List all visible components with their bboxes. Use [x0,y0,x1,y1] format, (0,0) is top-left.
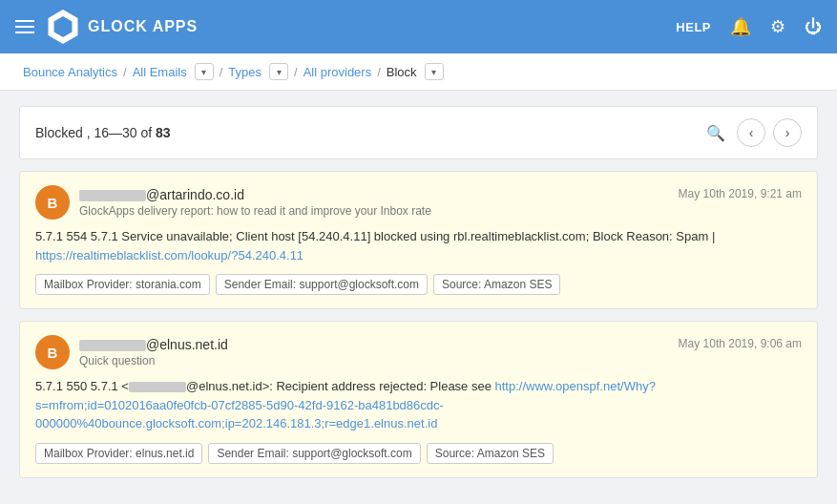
breadcrumb-all-emails[interactable]: All Emails [133,65,187,79]
email-body-link[interactable]: https://realtimeblacklist.com/lookup/?54… [35,248,303,262]
sender-domain: @elnus.net.id [146,337,228,352]
breadcrumb-sep-3: / [294,65,298,79]
email-body: 5.7.1 550 5.7.1 < @elnus.net.id>: Recipi… [35,377,802,433]
avatar: B [35,185,70,220]
sender-domain: @artarindo.co.id [146,187,244,202]
sender-name-redacted [79,190,146,201]
results-label-prefix: Blocked , 16—30 of [35,125,156,140]
avatar: B [35,335,70,369]
breadcrumb-sep-1: / [123,65,127,79]
email-body: 5.7.1 554 5.7.1 Service unavailable; Cli… [35,227,802,264]
breadcrumb-bounce-analytics[interactable]: Bounce Analytics [23,65,117,79]
sender-email: @artarindo.co.id [79,187,431,202]
results-label: Blocked , 16—30 of 83 [35,125,171,140]
tag-source: Source: Amazon SES [427,443,554,464]
logo-container: GLOCK APPS [46,10,198,44]
power-icon[interactable]: ⏻ [805,17,822,37]
tag-mailbox-provider: Mailbox Provider: elnus.net.id [35,443,202,464]
settings-icon[interactable]: ⚙ [770,16,785,37]
sender-subject: Quick question [79,354,228,368]
breadcrumb-all-providers[interactable]: All providers [303,65,372,79]
next-page-button[interactable]: › [773,118,802,147]
sender-email: @elnus.net.id [79,337,228,352]
email-card: B @artarindo.co.id GlockApps delivery re… [19,171,818,309]
block-dropdown[interactable]: ▾ [425,63,444,80]
email-card-header: B @elnus.net.id Quick question May 10th … [35,335,802,369]
sender-info: @elnus.net.id Quick question [79,337,228,368]
breadcrumb-sep-2: / [220,65,223,79]
notifications-icon[interactable]: 🔔 [730,16,751,37]
email-tags: Mailbox Provider: elnus.net.id Sender Em… [35,443,802,464]
logo-icon [46,10,80,44]
tag-sender-email: Sender Email: support@glocksoft.com [216,274,428,295]
email-card-header: B @artarindo.co.id GlockApps delivery re… [35,185,802,220]
hamburger-menu-button[interactable] [15,20,34,33]
sender-info: @artarindo.co.id GlockApps delivery repo… [79,187,431,218]
email-date: May 10th 2019, 9:21 am [679,187,802,200]
breadcrumb-block: Block [387,65,417,79]
types-dropdown[interactable]: ▾ [269,63,288,80]
previous-page-button[interactable]: ‹ [737,118,765,147]
email-body-domain: @elnus.net.id>: Recipient address reject… [186,379,495,393]
sender-name-redacted [79,340,146,351]
breadcrumb-types[interactable]: Types [228,65,262,79]
email-tags: Mailbox Provider: storania.com Sender Em… [35,274,802,295]
breadcrumb: Bounce Analytics / All Emails ▾ / Types … [0,53,837,91]
header-left: GLOCK APPS [15,10,676,44]
search-button[interactable]: 🔍 [706,124,725,142]
redacted-sender [129,382,186,392]
tag-mailbox-provider: Mailbox Provider: storania.com [35,274,210,295]
tag-sender-email: Sender Email: support@glocksoft.com [208,443,420,464]
breadcrumb-sep-4: / [377,65,381,79]
email-card: B @elnus.net.id Quick question May 10th … [19,321,818,478]
header-right: HELP 🔔 ⚙ ⏻ [676,16,822,37]
app-name: GLOCK APPS [88,18,198,35]
help-link[interactable]: HELP [676,20,711,34]
email-sender: B @elnus.net.id Quick question [35,335,228,369]
main-content: Blocked , 16—30 of 83 🔍 ‹ › B @artarindo… [0,91,837,504]
app-header: GLOCK APPS HELP 🔔 ⚙ ⏻ [0,0,837,53]
email-sender: B @artarindo.co.id GlockApps delivery re… [35,185,431,220]
email-date: May 10th 2019, 9:06 am [679,337,802,350]
tag-source: Source: Amazon SES [433,274,560,295]
all-emails-dropdown[interactable]: ▾ [195,63,214,80]
results-count: 83 [156,125,171,140]
results-bar: Blocked , 16—30 of 83 🔍 ‹ › [19,106,818,159]
results-navigation: 🔍 ‹ › [706,118,802,147]
sender-subject: GlockApps delivery report: how to read i… [79,204,431,218]
